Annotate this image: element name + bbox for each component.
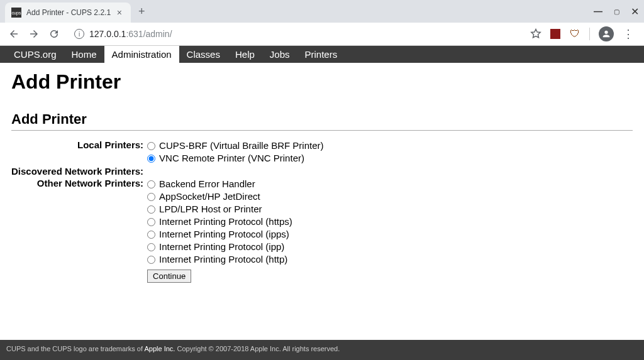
- address-bar[interactable]: i 127.0.0.1:631/admin/: [68, 25, 525, 43]
- url-host: 127.0.0.1: [89, 29, 126, 39]
- footer-text-suffix: Copyright © 2007-2018 Apple Inc. All rig…: [175, 345, 340, 352]
- back-button[interactable]: [5, 25, 23, 43]
- printer-option: VNC Remote Printer (VNC Printer): [147, 152, 323, 165]
- printer-option: Internet Printing Protocol (http): [147, 253, 323, 266]
- arrow-right-icon: [28, 28, 40, 40]
- arrow-left-icon: [8, 28, 19, 40]
- nav-item-home[interactable]: Home: [64, 46, 104, 63]
- printer-option: Internet Printing Protocol (https): [147, 215, 323, 228]
- extension-icon-1[interactable]: [550, 29, 560, 39]
- printer-option-label: Internet Printing Protocol (http): [159, 253, 287, 266]
- nav-item-classes[interactable]: Classes: [179, 46, 228, 63]
- reload-button[interactable]: [45, 25, 63, 43]
- footer-trademark: Apple Inc.: [145, 345, 175, 352]
- address-bar-row: i 127.0.0.1:631/admin/ 🛡 ⋮: [0, 23, 644, 45]
- favicon: cups: [11, 8, 21, 18]
- nav-item-jobs[interactable]: Jobs: [262, 46, 297, 63]
- tab-title: Add Printer - CUPS 2.2.1: [26, 8, 114, 17]
- printer-option-label: VNC Remote Printer (VNC Printer): [159, 152, 304, 165]
- page-footer: CUPS and the CUPS logo are trademarks of…: [0, 340, 644, 360]
- maximize-button[interactable]: ▢: [614, 8, 619, 15]
- nav-item-printers[interactable]: Printers: [297, 46, 345, 63]
- printer-radio[interactable]: [147, 256, 155, 264]
- nav-item-help[interactable]: Help: [228, 46, 262, 63]
- continue-button[interactable]: Continue: [147, 270, 191, 283]
- printer-option-label: Internet Printing Protocol (https): [159, 215, 292, 228]
- minimize-button[interactable]: —: [594, 6, 602, 16]
- discovered-printers-label: Discovered Network Printers:: [11, 166, 146, 178]
- printer-option-label: CUPS-BRF (Virtual Braille BRF Printer): [159, 139, 323, 152]
- local-printers-label: Local Printers:: [11, 139, 146, 166]
- printer-radio[interactable]: [147, 193, 155, 201]
- page-title: Add Printer: [11, 70, 633, 94]
- printer-option-label: LPD/LPR Host or Printer: [159, 203, 262, 215]
- nav-item-administration[interactable]: Administration: [104, 46, 179, 63]
- printer-option: LPD/LPR Host or Printer: [147, 203, 323, 215]
- toolbar-right: 🛡 ⋮: [530, 26, 639, 41]
- person-icon: [601, 29, 611, 39]
- profile-button[interactable]: [599, 26, 614, 41]
- printer-option: AppSocket/HP JetDirect: [147, 190, 323, 203]
- printer-radio[interactable]: [147, 155, 155, 163]
- browser-menu-button[interactable]: ⋮: [623, 28, 634, 40]
- printer-form-table: Local Printers: CUPS-BRF (Virtual Braill…: [11, 139, 324, 284]
- printer-option: Backend Error Handler: [147, 178, 323, 190]
- printer-option-label: Internet Printing Protocol (ipps): [159, 228, 289, 241]
- toolbar-divider: [589, 28, 590, 40]
- site-info-icon[interactable]: i: [74, 29, 84, 39]
- reload-icon: [48, 28, 60, 40]
- cups-nav: CUPS.orgHomeAdministrationClassesHelpJob…: [0, 46, 644, 63]
- close-tab-icon[interactable]: ×: [114, 8, 125, 18]
- window-controls: — ▢ ✕: [594, 6, 644, 18]
- nav-item-cupsorg[interactable]: CUPS.org: [6, 46, 64, 63]
- printer-radio[interactable]: [147, 218, 155, 226]
- printer-radio[interactable]: [147, 243, 155, 251]
- page-content: Add Printer Add Printer Local Printers: …: [0, 63, 644, 292]
- footer-text-prefix: CUPS and the CUPS logo are trademarks of: [6, 345, 145, 352]
- printer-radio[interactable]: [147, 142, 155, 150]
- forward-button[interactable]: [25, 25, 43, 43]
- bookmark-star-icon[interactable]: [530, 28, 541, 40]
- browser-chrome: cups Add Printer - CUPS 2.2.1 × + — ▢ ✕ …: [0, 0, 644, 46]
- close-window-button[interactable]: ✕: [631, 6, 639, 18]
- new-tab-button[interactable]: +: [131, 5, 153, 18]
- tab-bar: cups Add Printer - CUPS 2.2.1 × + — ▢ ✕: [0, 0, 644, 23]
- printer-radio[interactable]: [147, 205, 155, 214]
- browser-tab[interactable]: cups Add Printer - CUPS 2.2.1 ×: [5, 3, 131, 23]
- printer-radio[interactable]: [147, 231, 155, 239]
- section-heading: Add Printer: [11, 111, 633, 131]
- printer-option-label: AppSocket/HP JetDirect: [159, 190, 260, 203]
- printer-option: CUPS-BRF (Virtual Braille BRF Printer): [147, 139, 323, 152]
- printer-radio[interactable]: [147, 180, 155, 188]
- ublock-shield-icon[interactable]: 🛡: [569, 28, 580, 40]
- printer-option-label: Backend Error Handler: [159, 178, 255, 190]
- printer-option: Internet Printing Protocol (ipp): [147, 241, 323, 253]
- url-path: :631/admin/: [126, 29, 172, 39]
- printer-option-label: Internet Printing Protocol (ipp): [159, 241, 284, 253]
- printer-option: Internet Printing Protocol (ipps): [147, 228, 323, 241]
- other-printers-label: Other Network Printers:: [11, 178, 146, 267]
